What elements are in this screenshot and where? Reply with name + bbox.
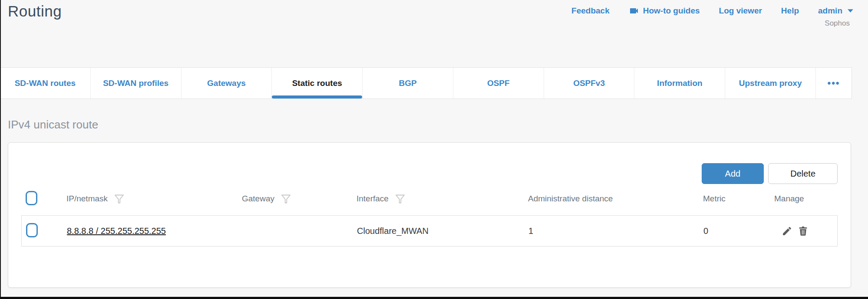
nav-link-feedback[interactable]: Feedback — [571, 6, 610, 16]
add-button[interactable]: Add — [702, 163, 764, 184]
nav-link-label: How-to guides — [643, 6, 700, 16]
filter-icon[interactable] — [280, 193, 292, 205]
route-ip-netmask-link[interactable]: 8.8.8.8 / 255.255.255.255 — [67, 226, 166, 236]
video-camera-icon — [629, 6, 639, 16]
tab-ospfv3[interactable]: OSPFv3 — [544, 68, 635, 99]
tab-label: Information — [657, 79, 703, 88]
column-label: Gateway — [242, 194, 274, 204]
table-row: 8.8.8.8 / 255.255.255.255 Cloudflare_MWA… — [21, 215, 838, 246]
tab-label: SD-WAN profiles — [103, 79, 168, 88]
tab-static-routes[interactable]: Static routes — [272, 68, 363, 99]
routes-card: Add Delete IP/netmask Gateway Interface … — [8, 142, 851, 288]
nav-link-label: admin — [818, 6, 842, 16]
tab-label: BGP — [399, 79, 416, 88]
nav-link-label: Log viewer — [719, 6, 762, 16]
column-header-interface[interactable]: Interface — [356, 193, 528, 205]
nav-link-label: Help — [781, 6, 799, 16]
window-left-edge — [0, 0, 1, 299]
nav-link-label: Feedback — [571, 6, 610, 16]
tab-label: ••• — [827, 78, 840, 89]
tab-label: SD-WAN routes — [15, 79, 76, 88]
tab-gateways[interactable]: Gateways — [182, 68, 272, 99]
tab-sd-wan-routes[interactable]: SD-WAN routes — [0, 68, 91, 99]
nav-link-log-viewer[interactable]: Log viewer — [719, 6, 762, 16]
column-label: IP/netmask — [66, 194, 108, 204]
caret-down-icon — [847, 9, 854, 13]
filter-icon[interactable] — [394, 193, 406, 205]
tab-more[interactable]: ••• — [816, 68, 851, 99]
tab-information[interactable]: Information — [634, 68, 725, 99]
column-label: Metric — [703, 194, 726, 204]
route-admin-distance: 1 — [528, 226, 703, 236]
brand-label: Sophos — [825, 19, 850, 28]
tab-ospf[interactable]: OSPF — [453, 68, 544, 99]
column-label: Administrative distance — [528, 194, 613, 204]
tab-upstream-proxy[interactable]: Upstream proxy — [725, 68, 816, 99]
select-all-checkbox[interactable] — [26, 191, 37, 205]
edit-pencil-icon[interactable] — [782, 226, 792, 237]
tab-sd-wan-profiles[interactable]: SD-WAN profiles — [91, 68, 182, 99]
route-interface: Cloudflare_MWAN — [357, 226, 528, 236]
row-checkbox-cell — [22, 223, 67, 239]
tab-bar: SD-WAN routes SD-WAN profiles Gateways S… — [0, 67, 852, 99]
page-header: Routing Feedback How-to guides Log viewe… — [0, 0, 868, 67]
tab-label: Gateways — [207, 79, 246, 88]
filter-icon[interactable] — [113, 193, 125, 205]
window-bottom-edge — [0, 297, 868, 299]
column-header-metric[interactable]: Metric — [703, 194, 774, 204]
delete-button[interactable]: Delete — [768, 163, 838, 184]
card-toolbar: Add Delete — [21, 163, 838, 184]
tab-label: OSPF — [487, 79, 510, 88]
column-header-manage[interactable]: Manage — [774, 194, 838, 204]
tab-bgp[interactable]: BGP — [363, 68, 453, 99]
column-header-gateway[interactable]: Gateway — [242, 193, 356, 205]
page-title: Routing — [8, 3, 62, 20]
nav-link-admin-menu[interactable]: admin — [818, 6, 854, 16]
top-nav: Feedback How-to guides Log viewer Help a… — [571, 6, 854, 16]
header-checkbox-cell — [21, 191, 66, 207]
tab-label: OSPFv3 — [573, 79, 605, 88]
column-header-ip-netmask[interactable]: IP/netmask — [66, 193, 242, 205]
row-checkbox[interactable] — [26, 223, 38, 237]
route-metric: 0 — [703, 226, 775, 236]
route-manage-cell — [775, 226, 837, 237]
nav-link-how-to-guides[interactable]: How-to guides — [629, 6, 700, 16]
column-label: Interface — [356, 194, 389, 204]
tab-label: Upstream proxy — [739, 79, 802, 88]
section-title: IPv4 unicast route — [8, 118, 868, 131]
table-header-row: IP/netmask Gateway Interface Administrat… — [21, 188, 838, 209]
table-body: 8.8.8.8 / 255.255.255.255 Cloudflare_MWA… — [21, 215, 838, 246]
column-label: Manage — [774, 194, 804, 204]
tab-label: Static routes — [292, 79, 342, 88]
nav-link-help[interactable]: Help — [781, 6, 799, 16]
column-header-administrative-distance[interactable]: Administrative distance — [528, 194, 703, 204]
delete-trash-icon[interactable] — [798, 226, 809, 237]
